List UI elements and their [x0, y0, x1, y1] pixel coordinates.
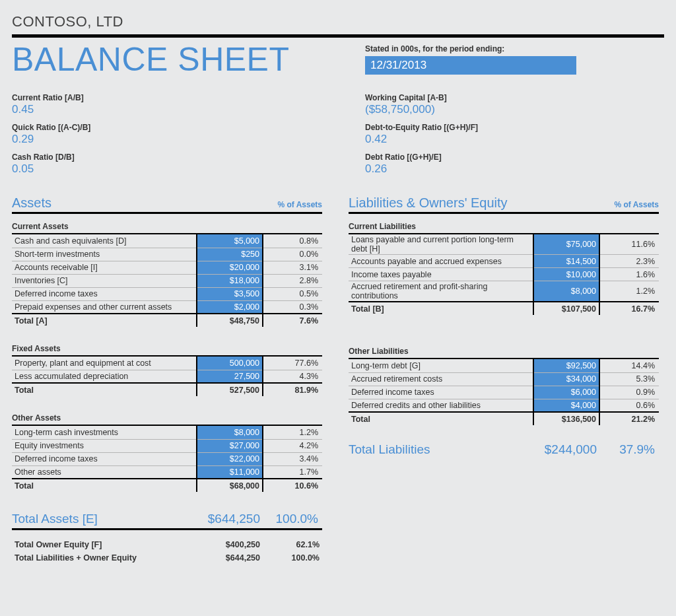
row-value-cell[interactable]: $27,000 — [197, 439, 263, 452]
row-label: Less accumulated depreciation — [12, 370, 197, 383]
total-pct: 10.6% — [263, 479, 322, 492]
total-assets-pct: 100.0% — [263, 512, 322, 526]
row-label: Deferred income taxes — [12, 452, 197, 465]
row-value-cell[interactable]: $34,000 — [533, 372, 599, 386]
total-assets-label: Total Assets [E] — [12, 512, 197, 526]
total-value: $107,500 — [533, 302, 599, 315]
row-label: Loans payable and current portion long-t… — [349, 234, 533, 255]
ratio-value: 0.29 — [12, 133, 339, 146]
row-value-cell[interactable]: $20,000 — [197, 261, 263, 274]
row-value-cell[interactable]: $8,000 — [197, 426, 263, 439]
row-label: Long-term debt [G] — [349, 359, 533, 372]
ratio-label: Cash Ratio [D/B] — [12, 153, 339, 162]
total-liabilities-pct: 37.9% — [599, 442, 659, 457]
table-row: Income taxes payable$10,0001.6% — [349, 268, 659, 281]
row-pct: 4.2% — [263, 439, 322, 452]
row-label: Cash and cash equivalents [D] — [12, 234, 197, 248]
total-value: 527,500 — [197, 383, 263, 396]
data-table: Long-term cash investments$8,0001.2%Equi… — [12, 426, 322, 492]
period-value-input[interactable]: 12/31/2013 — [365, 56, 576, 75]
footer-label: Total Liabilities + Owner Equity — [12, 551, 197, 565]
row-value-cell[interactable]: $8,000 — [533, 281, 599, 302]
row-label: Deferred income taxes — [349, 386, 533, 399]
table-row: Inventories [C]$18,0002.8% — [12, 274, 322, 287]
row-value-cell[interactable]: $2,000 — [197, 300, 263, 314]
row-label: Accrued retirement and profit-sharing co… — [349, 281, 533, 302]
footer-pct: 62.1% — [263, 538, 322, 551]
ratio-item: Debt Ratio [(G+H)/E]0.26 — [365, 153, 664, 176]
total-row: Total527,50081.9% — [12, 383, 322, 396]
table-row: Accounts payable and accrued expenses$14… — [349, 255, 659, 268]
row-pct: 0.3% — [263, 300, 322, 314]
pct-of-assets-label-right: % of Assets — [614, 200, 659, 209]
pct-of-assets-label: % of Assets — [277, 200, 322, 209]
row-value-cell[interactable]: $4,000 — [533, 399, 599, 412]
table-row: Other assets$11,0001.7% — [12, 465, 322, 479]
row-pct: 0.8% — [263, 234, 322, 248]
ratio-value: 0.42 — [365, 133, 664, 146]
main-columns: Assets % of Assets Current AssetsCash an… — [12, 195, 664, 565]
row-label: Accrued retirement costs — [349, 372, 533, 386]
row-value-cell[interactable]: 500,000 — [197, 357, 263, 370]
liabilities-column: Liabilities & Owners' Equity % of Assets… — [349, 195, 659, 565]
row-value-cell[interactable]: $3,500 — [197, 287, 263, 300]
assets-title: Assets — [12, 195, 277, 211]
total-row: Total$68,00010.6% — [12, 479, 322, 492]
row-pct: 11.6% — [599, 234, 659, 255]
row-label: Property, plant and equipment at cost — [12, 357, 197, 370]
row-value-cell[interactable]: $6,000 — [533, 386, 599, 399]
total-label: Total — [12, 479, 197, 492]
ratio-label: Debt Ratio [(G+H)/E] — [365, 153, 664, 162]
row-value-cell[interactable]: 27,500 — [197, 370, 263, 383]
total-assets-value: $644,250 — [197, 512, 263, 526]
header-row: BALANCE SHEET Stated in 000s, for the pe… — [12, 40, 664, 79]
data-table: Loans payable and current portion long-t… — [349, 234, 659, 315]
row-pct: 0.6% — [599, 399, 659, 412]
row-value-cell[interactable]: $75,000 — [533, 234, 599, 255]
total-pct: 7.6% — [263, 314, 322, 327]
row-value-cell[interactable]: $22,000 — [197, 452, 263, 465]
ratios-right: Working Capital [A-B]($58,750,000)Debt-t… — [365, 93, 664, 182]
total-liabilities-label: Total Liabilities — [349, 442, 533, 457]
assets-header: Assets % of Assets — [12, 195, 322, 214]
ratio-item: Working Capital [A-B]($58,750,000) — [365, 93, 664, 116]
row-value-cell[interactable]: $18,000 — [197, 274, 263, 287]
row-value-cell[interactable]: $5,000 — [197, 234, 263, 248]
total-label: Total [A] — [12, 314, 197, 327]
footer-row: Total Owner Equity [F]$400,25062.1% — [12, 538, 322, 551]
total-label: Total [B] — [349, 302, 533, 315]
table-row: Accounts receivable [I]$20,0003.1% — [12, 261, 322, 274]
table-row: Accrued retirement costs$34,0005.3% — [349, 372, 659, 386]
row-pct: 5.3% — [599, 372, 659, 386]
row-label: Deferred income taxes — [12, 287, 197, 300]
total-value: $68,000 — [197, 479, 263, 492]
other-liabilities-group: Other LiabilitiesLong-term debt [G]$92,5… — [349, 347, 659, 425]
total-pct: 16.7% — [599, 302, 659, 315]
row-label: Inventories [C] — [12, 274, 197, 287]
footer-label: Total Owner Equity [F] — [12, 538, 197, 551]
liabilities-title: Liabilities & Owners' Equity — [349, 195, 614, 211]
row-value-cell[interactable]: $10,000 — [533, 268, 599, 281]
period-block: Stated in 000s, for the period ending: 1… — [365, 40, 664, 75]
ratio-label: Current Ratio [A/B] — [12, 93, 339, 102]
row-value-cell[interactable]: $92,500 — [533, 359, 599, 372]
row-value-cell[interactable]: $14,500 — [533, 255, 599, 268]
row-pct: 1.2% — [263, 426, 322, 439]
ratio-value: ($58,750,000) — [365, 103, 664, 116]
other-assets-group: Other AssetsLong-term cash investments$8… — [12, 413, 322, 492]
table-row: Accrued retirement and profit-sharing co… — [349, 281, 659, 302]
ratio-value: 0.26 — [365, 162, 664, 176]
table-row: Property, plant and equipment at cost500… — [12, 357, 322, 370]
total-label: Total — [12, 383, 197, 396]
total-row: Total [A]$48,7507.6% — [12, 314, 322, 327]
row-label: Accounts receivable [I] — [12, 261, 197, 274]
total-row: Total$136,50021.2% — [349, 412, 659, 425]
row-value-cell[interactable]: $11,000 — [197, 465, 263, 479]
table-row: Deferred credits and other liabilities$4… — [349, 399, 659, 412]
row-pct: 1.2% — [599, 281, 659, 302]
row-pct: 1.7% — [263, 465, 322, 479]
row-value-cell[interactable]: $250 — [197, 248, 263, 261]
footer-table: Total Owner Equity [F]$400,25062.1%Total… — [12, 538, 322, 565]
page-title: BALANCE SHEET — [12, 40, 339, 79]
row-pct: 3.4% — [263, 452, 322, 465]
